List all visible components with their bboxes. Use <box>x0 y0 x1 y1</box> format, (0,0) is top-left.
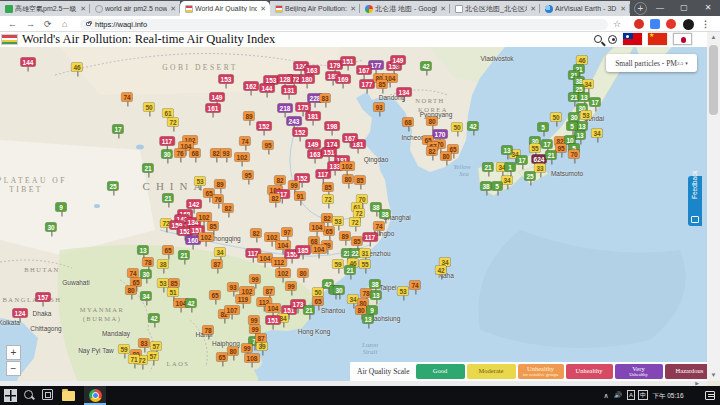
aqi-marker[interactable]: 85 <box>376 80 387 89</box>
aqi-marker[interactable]: 95 <box>555 144 566 153</box>
tab-close-icon[interactable]: ✕ <box>349 5 357 13</box>
task-view-icon[interactable] <box>42 389 53 400</box>
aqi-marker[interactable]: 104 <box>312 245 327 254</box>
extension-blue-icon[interactable] <box>650 19 660 29</box>
tab-close-icon[interactable]: ✕ <box>619 5 627 13</box>
aqi-marker[interactable]: 198 <box>325 122 340 131</box>
aqi-marker[interactable]: 65 <box>312 297 323 306</box>
aqi-marker[interactable]: 46 <box>576 56 587 65</box>
aqi-marker[interactable]: 65 <box>162 246 173 255</box>
aqi-marker[interactable]: 13 <box>501 146 512 155</box>
aqi-marker[interactable]: 30 <box>333 286 344 295</box>
profile-avatar[interactable] <box>683 19 694 30</box>
aqi-marker[interactable]: 1 <box>505 163 516 172</box>
aqi-marker[interactable]: 50 <box>312 288 323 297</box>
pollutant-dropdown[interactable]: Small particles - PM2.5▾ <box>606 54 697 72</box>
aqi-marker[interactable]: 181 <box>306 112 321 121</box>
aqi-marker[interactable]: 57 <box>150 342 161 351</box>
aqi-marker[interactable]: 42 <box>185 299 196 308</box>
aqi-marker[interactable]: 38 <box>369 280 380 289</box>
aqi-marker[interactable]: 21 <box>482 163 493 172</box>
extension-adblock-icon[interactable] <box>634 19 644 29</box>
aqi-marker[interactable]: 55 <box>359 260 370 269</box>
aqi-marker[interactable]: 17 <box>589 98 600 107</box>
legend-moderate[interactable]: Moderate <box>467 364 516 379</box>
kebab-menu-icon[interactable]: ⋮ <box>701 18 710 30</box>
vertical-scrollbar[interactable]: ▲ ▼ <box>707 32 720 381</box>
aqi-marker[interactable]: 34 <box>214 248 225 257</box>
aqi-marker[interactable]: 50 <box>550 113 561 122</box>
aqi-marker[interactable]: 38 <box>379 210 390 219</box>
browser-tab[interactable]: 北仑港 地图 - Google...✕ <box>360 1 450 16</box>
aqi-marker[interactable]: 87 <box>263 287 274 296</box>
japan-flag-icon[interactable] <box>673 33 692 45</box>
aqi-marker[interactable]: 177 <box>360 80 375 89</box>
aqi-marker[interactable]: 33 <box>534 164 545 173</box>
aqi-marker[interactable]: 128 <box>278 75 293 84</box>
aqi-marker[interactable]: 65 <box>209 291 220 300</box>
aqi-marker[interactable]: 53 <box>332 217 343 226</box>
aqi-marker[interactable]: 42 <box>420 62 431 71</box>
aqi-marker[interactable]: 82 <box>222 204 233 213</box>
aqi-marker[interactable]: 99 <box>248 316 259 325</box>
tab-close-icon[interactable]: ✕ <box>79 5 87 13</box>
aqi-marker[interactable]: 80 <box>440 152 451 161</box>
aqi-marker[interactable]: 82 <box>250 229 261 238</box>
aqi-marker[interactable]: 163 <box>308 150 323 159</box>
aqi-marker[interactable]: 65 <box>323 227 334 236</box>
aqi-marker[interactable]: 97 <box>281 228 292 237</box>
aqi-marker[interactable]: 93 <box>220 149 231 158</box>
aqi-marker[interactable]: 104 <box>276 241 291 250</box>
aqi-marker[interactable]: 91 <box>294 192 305 201</box>
aqi-marker[interactable]: 30 <box>45 223 56 232</box>
browser-tab[interactable]: Beijing Air Pollution: ...✕ <box>270 1 360 16</box>
aqi-marker[interactable]: 5 <box>567 122 578 131</box>
locate-icon[interactable] <box>608 35 617 44</box>
aqi-marker[interactable]: 80 <box>355 306 366 315</box>
aqi-marker[interactable]: 39 <box>256 342 267 351</box>
chrome-taskbar-item[interactable] <box>84 386 106 405</box>
aqi-marker[interactable]: 82 <box>269 194 280 203</box>
tray-chevron-icon[interactable]: ∧ <box>601 386 611 405</box>
browser-tab[interactable]: world air pm2.5 now✕ <box>90 1 180 16</box>
bookmark-star-icon[interactable]: ☆ <box>613 18 621 30</box>
aqi-marker[interactable]: 82 <box>321 214 332 223</box>
tab-close-icon[interactable]: ✕ <box>259 5 267 13</box>
aqi-marker[interactable]: 74 <box>409 281 420 290</box>
aqi-marker[interactable]: 21 <box>344 266 355 275</box>
aqi-marker[interactable]: 13 <box>574 131 585 140</box>
aqi-marker[interactable]: 152 <box>293 128 308 137</box>
aqi-marker[interactable]: 21 <box>303 306 314 315</box>
aqi-marker[interactable]: 17 <box>112 125 123 134</box>
aqi-marker[interactable]: 99 <box>249 275 260 284</box>
aqi-marker[interactable]: 42 <box>467 122 478 131</box>
aqi-marker[interactable]: 42 <box>435 266 446 275</box>
home-icon[interactable]: ⌂ <box>62 18 67 30</box>
aqi-marker[interactable]: 85 <box>322 183 333 192</box>
volume-icon[interactable]: 🔊 <box>612 386 624 405</box>
aqi-marker[interactable]: 149 <box>210 93 225 102</box>
aqi-marker[interactable]: 163 <box>305 66 320 75</box>
aqi-marker[interactable]: 50 <box>143 103 154 112</box>
aqi-marker[interactable]: 99 <box>285 282 296 291</box>
vertical-scroll-thumb[interactable] <box>709 45 718 115</box>
url-text[interactable]: https://waqi.info <box>95 20 147 29</box>
tab-close-icon[interactable]: ✕ <box>529 5 537 13</box>
browser-tab[interactable]: 高雄空氣pm2.5一級...✕ <box>0 1 90 16</box>
aqi-marker[interactable]: 80 <box>342 175 353 184</box>
aqi-marker[interactable]: 70 <box>568 150 579 159</box>
aqi-marker[interactable]: 142 <box>187 200 202 209</box>
aqi-marker[interactable]: 55 <box>529 144 540 153</box>
aqi-marker[interactable]: 31 <box>359 249 370 258</box>
aqi-marker[interactable]: 30 <box>140 270 151 279</box>
aqi-marker[interactable]: 13 <box>362 315 373 324</box>
aqi-marker[interactable]: 149 <box>391 56 406 65</box>
aqi-marker[interactable]: 104 <box>310 223 325 232</box>
aqi-marker[interactable]: 34 <box>591 129 602 138</box>
aqi-marker[interactable]: 149 <box>306 140 321 149</box>
aqi-marker[interactable]: 119 <box>236 295 251 304</box>
zoom-in-button[interactable]: + <box>6 345 21 360</box>
extension-red-icon[interactable] <box>666 19 676 29</box>
aqi-marker[interactable]: 85 <box>354 176 365 185</box>
action-center-icon[interactable] <box>705 391 715 400</box>
